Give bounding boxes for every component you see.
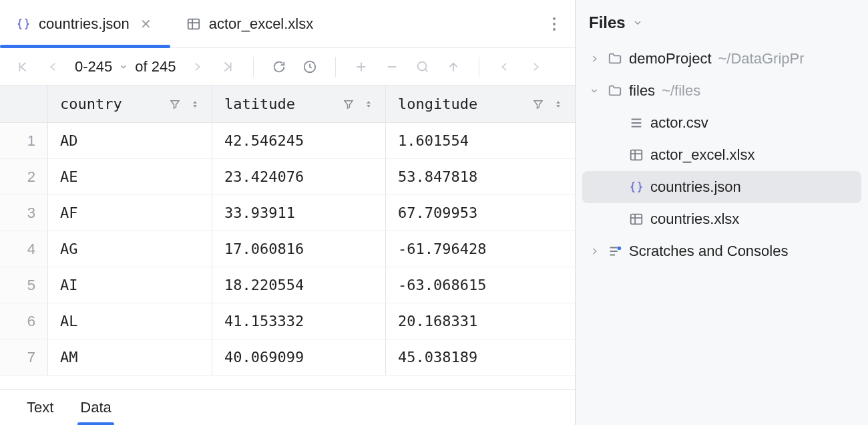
sort-icon[interactable] bbox=[554, 98, 563, 110]
svg-point-5 bbox=[418, 61, 427, 70]
cell-longitude[interactable]: -63.068615 bbox=[386, 267, 575, 303]
json-icon bbox=[16, 17, 31, 31]
sort-icon[interactable] bbox=[364, 98, 373, 110]
table-row[interactable]: 7AM40.06909945.038189 bbox=[0, 339, 575, 376]
cell-longitude[interactable]: 20.168331 bbox=[386, 303, 575, 339]
column-header-longitude[interactable]: longitude bbox=[386, 86, 575, 122]
filter-icon[interactable] bbox=[343, 98, 355, 110]
json-icon bbox=[629, 180, 644, 194]
row-total-label: of 245 bbox=[135, 58, 176, 76]
editor-tabs: countries.json ✕ actor_excel.xlsx bbox=[0, 0, 575, 48]
row-range-dropdown[interactable]: 0-245 of 245 bbox=[75, 58, 176, 76]
cell-country[interactable]: AG bbox=[48, 231, 212, 267]
tree-item-countries-json[interactable]: countries.json bbox=[582, 171, 861, 203]
delete-row-button[interactable] bbox=[383, 57, 401, 76]
grid-header: country latitude longitude bbox=[0, 86, 575, 123]
first-page-button[interactable] bbox=[13, 57, 32, 76]
tab-countries-json[interactable]: countries.json ✕ bbox=[0, 0, 170, 47]
last-page-button[interactable] bbox=[218, 57, 237, 76]
revert-button[interactable] bbox=[413, 57, 432, 76]
tree-node-demoproject[interactable]: demoProject ~/DataGripPr bbox=[582, 43, 861, 75]
filter-icon[interactable] bbox=[532, 98, 544, 110]
cell-longitude[interactable]: 53.847818 bbox=[386, 159, 575, 194]
close-icon[interactable]: ✕ bbox=[138, 13, 154, 35]
view-tab-text[interactable]: Text bbox=[27, 399, 53, 416]
cell-country[interactable]: AM bbox=[48, 339, 212, 375]
table-row[interactable]: 4AG17.060816-61.796428 bbox=[0, 231, 575, 267]
cell-latitude[interactable]: 41.153332 bbox=[212, 303, 386, 339]
chevron-down-icon bbox=[632, 17, 643, 28]
files-panel-header[interactable]: Files bbox=[576, 7, 868, 41]
table-icon bbox=[186, 17, 201, 31]
next-page-button[interactable] bbox=[188, 57, 206, 76]
tree-label: actor_excel.xlsx bbox=[650, 146, 755, 164]
cell-country[interactable]: AE bbox=[48, 159, 212, 194]
scratches-icon bbox=[608, 244, 622, 259]
history-button[interactable] bbox=[300, 57, 319, 76]
row-number-header[interactable] bbox=[0, 86, 48, 122]
files-panel: Files demoProject ~/DataGripPr files ~/f… bbox=[576, 0, 868, 425]
svg-rect-0 bbox=[188, 19, 200, 29]
view-tab-data[interactable]: Data bbox=[80, 399, 111, 416]
cell-latitude[interactable]: 18.220554 bbox=[212, 267, 386, 303]
cell-longitude[interactable]: 45.038189 bbox=[386, 339, 575, 375]
cell-latitude[interactable]: 42.546245 bbox=[212, 123, 386, 158]
cell-country[interactable]: AD bbox=[48, 123, 212, 158]
cell-longitude[interactable]: -61.796428 bbox=[386, 231, 575, 267]
back-button[interactable] bbox=[495, 57, 514, 76]
files-tree: demoProject ~/DataGripPr files ~/files a… bbox=[576, 41, 868, 267]
table-row[interactable]: 2AE23.42407653.847818 bbox=[0, 159, 575, 195]
separator bbox=[253, 57, 254, 77]
tree-label: demoProject bbox=[629, 50, 712, 67]
chevron-down-icon bbox=[588, 86, 601, 96]
view-tabs: Text Data bbox=[0, 389, 575, 425]
tab-label: actor_excel.xlsx bbox=[209, 15, 314, 33]
cell-longitude[interactable]: 1.601554 bbox=[386, 123, 575, 158]
tree-item-actor-excel[interactable]: actor_excel.xlsx bbox=[582, 139, 861, 171]
reload-button[interactable] bbox=[270, 57, 288, 76]
svg-point-8 bbox=[618, 247, 622, 251]
row-number: 1 bbox=[0, 123, 48, 158]
separator bbox=[479, 57, 479, 77]
tree-label: actor.csv bbox=[650, 114, 708, 132]
cell-country[interactable]: AI bbox=[48, 267, 212, 303]
row-number: 7 bbox=[0, 339, 48, 375]
tab-actor-excel[interactable]: actor_excel.xlsx bbox=[170, 0, 330, 47]
row-range-label: 0-245 bbox=[75, 58, 112, 76]
cell-latitude[interactable]: 33.93911 bbox=[212, 195, 386, 231]
cell-country[interactable]: AF bbox=[48, 195, 212, 231]
column-header-country[interactable]: country bbox=[48, 86, 212, 122]
cell-latitude[interactable]: 40.069099 bbox=[212, 339, 386, 375]
tree-item-countries-xlsx[interactable]: countries.xlsx bbox=[582, 203, 861, 235]
cell-latitude[interactable]: 17.060816 bbox=[212, 231, 386, 267]
tree-node-files[interactable]: files ~/files bbox=[582, 75, 861, 107]
submit-button[interactable] bbox=[444, 57, 463, 76]
svg-point-1 bbox=[553, 17, 556, 20]
files-panel-title: Files bbox=[589, 13, 626, 32]
tab-overflow-menu[interactable] bbox=[533, 17, 575, 31]
chevron-right-icon bbox=[588, 54, 601, 63]
cell-latitude[interactable]: 23.424076 bbox=[212, 159, 386, 194]
svg-rect-6 bbox=[631, 150, 642, 160]
table-row[interactable]: 5AI18.220554-63.068615 bbox=[0, 267, 575, 303]
separator bbox=[335, 57, 336, 77]
tree-label: countries.json bbox=[650, 178, 741, 196]
svg-rect-7 bbox=[631, 215, 642, 225]
tree-item-actor-csv[interactable]: actor.csv bbox=[582, 107, 861, 139]
sort-icon[interactable] bbox=[190, 98, 200, 110]
data-grid: country latitude longitude bbox=[0, 86, 575, 389]
chevron-down-icon bbox=[119, 62, 128, 72]
cell-longitude[interactable]: 67.709953 bbox=[386, 195, 575, 231]
cell-country[interactable]: AL bbox=[48, 303, 212, 339]
prev-page-button[interactable] bbox=[44, 57, 63, 76]
filter-icon[interactable] bbox=[169, 98, 181, 110]
row-number: 4 bbox=[0, 231, 48, 267]
table-row[interactable]: 6AL41.15333220.168331 bbox=[0, 303, 575, 339]
tree-node-scratches[interactable]: Scratches and Consoles bbox=[582, 235, 861, 267]
add-row-button[interactable] bbox=[352, 57, 371, 76]
column-header-latitude[interactable]: latitude bbox=[212, 86, 386, 122]
forward-button[interactable] bbox=[526, 57, 545, 76]
table-row[interactable]: 3AF33.9391167.709953 bbox=[0, 195, 575, 231]
table-icon bbox=[629, 212, 644, 227]
table-row[interactable]: 1AD42.5462451.601554 bbox=[0, 123, 575, 159]
